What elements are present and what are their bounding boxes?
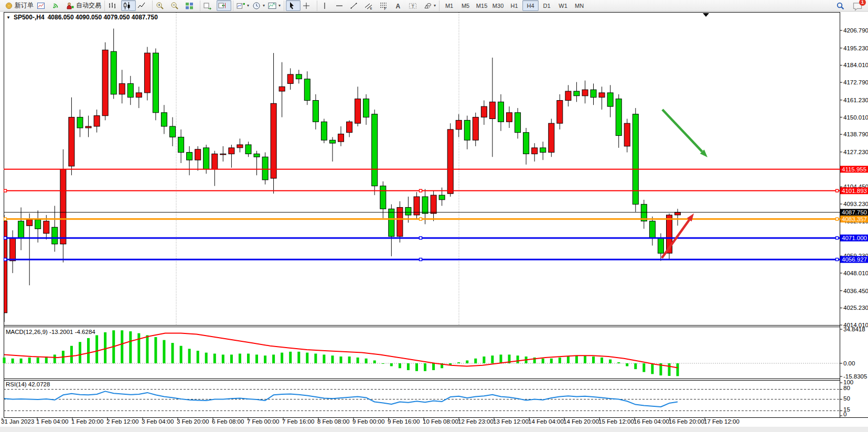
templates-button[interactable]: ▾ [266, 0, 282, 11]
channel-icon: E [365, 2, 373, 10]
toolbar-group: 新订单自动交易 [2, 1, 103, 11]
chevron-down-icon[interactable]: ▾ [247, 3, 249, 8]
shapes-icon [423, 2, 432, 10]
crosshair-button[interactable] [301, 0, 315, 11]
bar-chart-button[interactable] [106, 0, 121, 11]
svg-text:0.00: 0.00 [843, 360, 855, 366]
new-order-button[interactable]: 新订单 [3, 0, 35, 11]
svg-text:4083.357: 4083.357 [842, 216, 867, 222]
timeframe-m30-button[interactable]: M30 [490, 0, 506, 11]
svg-text:T: T [412, 3, 415, 8]
charts-window-button[interactable] [35, 0, 50, 11]
tile-windows-button[interactable] [184, 0, 198, 11]
svg-text:9 Feb 16:00: 9 Feb 16:00 [388, 418, 420, 425]
equidistant-channel-button[interactable]: E [363, 0, 378, 11]
svg-text:12 Feb 23:00: 12 Feb 23:00 [458, 418, 494, 425]
vertical-line-button[interactable] [319, 0, 334, 11]
search-icon [836, 2, 844, 10]
line-chart-button[interactable] [136, 0, 151, 11]
timeframe-w1-button[interactable]: W1 [555, 0, 571, 11]
autotrade-icon [66, 2, 74, 10]
timeframe-m15-button[interactable]: M15 [474, 0, 490, 11]
cursor-button[interactable] [286, 0, 301, 11]
signal-icon [51, 2, 60, 10]
svg-text:1 Feb 04:00: 1 Feb 04:00 [36, 418, 68, 425]
svg-text:4048.010: 4048.010 [843, 270, 868, 276]
chart-shift-icon [218, 2, 227, 10]
svg-text:14 Feb 04:00: 14 Feb 04:00 [528, 418, 564, 425]
hline-icon [335, 2, 344, 10]
line-handle[interactable] [836, 236, 839, 239]
new-order-button-label: 新订单 [15, 1, 34, 10]
line-handle[interactable] [420, 189, 422, 192]
price-line-label: 4087.750 [840, 209, 868, 216]
rsi-label: RSI(14) 42.0728 [6, 381, 50, 387]
svg-text:7 Feb 16:00: 7 Feb 16:00 [282, 418, 314, 425]
autotrade-button[interactable]: 自动交易 [65, 0, 103, 11]
timeframe-d1-button[interactable]: D1 [539, 0, 555, 11]
svg-text:34.8418: 34.8418 [843, 326, 865, 332]
price-chart[interactable]: 4206.7904195.2304184.0104172.7904161.230… [0, 0, 868, 432]
timeframe-m5-button[interactable]: M5 [457, 0, 474, 11]
svg-text:9 Feb 00:00: 9 Feb 00:00 [352, 418, 384, 425]
time-axis[interactable]: 31 Jan 20231 Feb 04:001 Feb 20:002 Feb 1… [1, 418, 740, 425]
autotrade-button-label: 自动交易 [76, 1, 101, 10]
svg-text:13 Feb 12:00: 13 Feb 12:00 [493, 418, 529, 425]
zoom-in-button[interactable] [154, 0, 169, 11]
symbol-dropdown-icon[interactable]: ▼ [6, 15, 10, 20]
zoom-out-button[interactable] [169, 0, 184, 11]
price-line-label: 4115.955 [840, 166, 868, 172]
candlestick-chart-button[interactable] [121, 0, 136, 11]
fibonacci-button[interactable]: F [378, 0, 392, 11]
toolbar-group: ▾▾▾ [233, 1, 282, 11]
candlestick-icon [123, 2, 131, 10]
svg-text:4087.750: 4087.750 [842, 209, 867, 215]
candle [397, 201, 403, 243]
trendline-button[interactable] [348, 0, 363, 11]
timeframe-h4-button[interactable]: H4 [522, 0, 539, 11]
auto-scroll-button[interactable] [202, 0, 217, 11]
text-icon: A [394, 2, 402, 10]
line-handle[interactable] [4, 258, 7, 261]
candle [633, 108, 638, 212]
svg-text:4150.010: 4150.010 [843, 114, 868, 121]
line-handle[interactable] [4, 189, 7, 192]
indicators-button[interactable]: ▾ [235, 0, 251, 11]
line-handle[interactable] [420, 258, 422, 261]
chart-shift-button[interactable] [217, 0, 231, 11]
crosshair-icon [302, 2, 310, 10]
line-handle[interactable] [420, 236, 422, 239]
svg-text:14 Feb 20:00: 14 Feb 20:00 [563, 418, 599, 425]
timeframe-h1-button[interactable]: H1 [506, 0, 522, 11]
chevron-down-icon[interactable]: ▾ [278, 3, 281, 8]
line-handle[interactable] [836, 218, 839, 220]
horizontal-line-button[interactable] [334, 0, 348, 11]
timeframe-m1-button[interactable]: M1 [441, 0, 457, 11]
notifications-button[interactable]: 1 [852, 1, 863, 10]
shapes-button[interactable]: ▾ [422, 0, 437, 11]
tile-windows-icon [185, 2, 194, 10]
svg-text:3 Feb 04:00: 3 Feb 04:00 [142, 418, 174, 425]
svg-text:4127.230: 4127.230 [843, 149, 868, 155]
timeframe-group: M1M5M15M30H1H4D1W1MN [439, 1, 587, 11]
line-handle[interactable] [420, 218, 422, 220]
line-handle[interactable] [836, 189, 839, 192]
svg-text:6 Feb 08:00: 6 Feb 08:00 [212, 418, 244, 425]
chevron-down-icon[interactable]: ▾ [263, 3, 265, 8]
timeframe-mn-button[interactable]: MN [571, 0, 587, 11]
status-strip [0, 427, 868, 432]
line-handle[interactable] [4, 236, 7, 239]
svg-text:F: F [384, 6, 387, 10]
line-handle[interactable] [4, 218, 7, 220]
text-button[interactable]: A [392, 0, 407, 11]
search-button[interactable] [834, 0, 849, 11]
new-order-icon [5, 2, 13, 10]
periods-button[interactable]: ▾ [251, 0, 266, 11]
chevron-down-icon[interactable]: ▾ [434, 3, 436, 8]
chart-title-bar: ▼ SP500-,H4 4086.050 4090.050 4079.050 4… [6, 14, 158, 21]
svg-text:4206.790: 4206.790 [843, 27, 868, 34]
line-handle[interactable] [836, 258, 839, 261]
text-label-button[interactable]: T [407, 0, 422, 11]
svg-text:4115.955: 4115.955 [842, 166, 866, 172]
signals-button[interactable] [50, 0, 65, 11]
